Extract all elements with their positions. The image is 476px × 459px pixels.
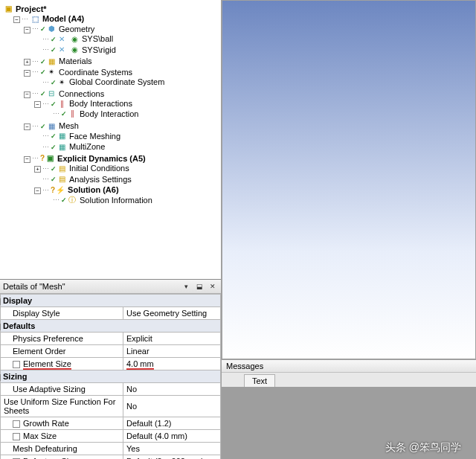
expand-icon[interactable]: + [34,166,41,173]
expand-icon[interactable]: − [24,70,30,77]
tree-project[interactable]: ▣Project* [3,4,47,13]
expand-icon[interactable]: + [24,59,30,65]
tree-analysis-settings[interactable]: ▤Analysis Settings [57,175,132,184]
messages-tab-text[interactable]: Text [244,374,275,387]
expand-icon[interactable]: − [24,123,30,130]
tree-materials[interactable]: ▦Materials [46,57,92,65]
details-title: Details of "Mesh" [3,282,65,291]
details-grid: −Display Display StyleUse Geometry Setti… [0,294,221,459]
expand-icon[interactable]: − [34,187,41,194]
checkbox-icon[interactable] [13,420,20,428]
tree-geom-item[interactable]: ✕◉SYS\rigid [57,45,116,54]
tree-mesh[interactable]: ▦Mesh [46,121,79,130]
expand-icon[interactable]: − [34,101,41,108]
tree-coordinate-systems[interactable]: ✴Coordinate Systems [46,68,132,77]
row-growth-rate[interactable]: Growth RateDefault (1.2) [1,417,221,430]
tree-solution[interactable]: ⚡Solution (A6) [55,185,118,194]
project-tree[interactable]: ▣Project* −⋯⬚Model (A4) −⋯✓⬢Geometry ⋯✓✕… [0,0,221,279]
tree-initial-conditions[interactable]: ▤Initial Conditions [57,164,129,173]
expand-icon[interactable]: − [24,27,30,33]
tree-geometry[interactable]: ⬢Geometry [46,25,94,33]
section-defaults[interactable]: −Defaults [1,320,221,333]
details-panel: Details of "Mesh" ▾ ⬓ ✕ −Display Display… [0,279,221,459]
row-element-size[interactable]: Element Size4.0 mm [1,358,221,370]
tree-body-interactions[interactable]: ‖Body Interactions [57,99,132,108]
tree-model[interactable]: ⬚Model (A4) [30,14,84,23]
expand-icon[interactable]: − [24,92,30,98]
tree-connections[interactable]: ⊟Connections [46,89,104,98]
dropdown-icon[interactable]: ▾ [181,281,191,292]
row-physics-preference[interactable]: Physics PreferenceExplicit [1,333,221,345]
close-icon[interactable]: ✕ [208,281,218,292]
checkbox-icon[interactable] [13,433,20,440]
row-display-style[interactable]: Display StyleUse Geometry Setting [1,307,221,320]
tree-solution-info[interactable]: ⓘSolution Information [67,196,152,205]
tree-body-interaction[interactable]: ‖Body Interaction [67,109,139,118]
tree-mesh-item[interactable]: ▦MultiZone [57,142,105,151]
row-mesh-defeaturing[interactable]: Mesh DefeaturingYes [1,443,221,455]
expand-icon[interactable]: − [13,16,20,23]
row-use-adaptive[interactable]: Use Adaptive SizingNo [1,383,221,396]
checkbox-icon[interactable] [13,361,20,368]
row-element-order[interactable]: Element OrderLinear [1,345,221,358]
tree-geom-item[interactable]: ✕◉SYS\ball [57,34,113,43]
row-defeature-size[interactable]: Defeature SizeDefault (2.e-002 mm) [1,455,221,459]
tree-global-coord[interactable]: ✴Global Coordinate System [57,77,164,86]
messages-title: Messages [222,360,476,373]
tree-explicit-dynamics[interactable]: ▣Explicit Dynamics (A5) [45,154,146,163]
pin-icon[interactable]: ⬓ [194,281,205,292]
section-display[interactable]: −Display [1,295,221,307]
row-use-uniform[interactable]: Use Uniform Size Function For SheetsNo [1,396,221,417]
expand-icon[interactable]: − [24,156,30,163]
viewport-3d[interactable] [222,0,476,359]
tree-mesh-item[interactable]: ▦Face Meshing [57,132,120,141]
section-sizing[interactable]: −Sizing [1,370,221,383]
watermark: 头条 @笨鸟同学 [385,441,461,455]
row-max-size[interactable]: Max SizeDefault (4.0 mm) [1,430,221,443]
